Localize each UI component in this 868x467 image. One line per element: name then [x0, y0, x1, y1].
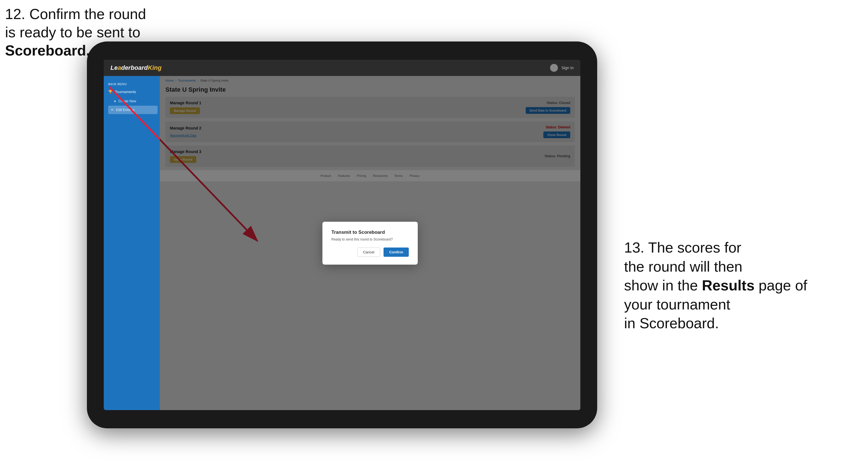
- transmit-modal: Transmit to Scoreboard Ready to send thi…: [322, 222, 418, 264]
- modal-subtitle: Ready to send this round to Scoreboard?: [331, 238, 409, 241]
- edit-icon: [111, 108, 114, 112]
- edit-existing-label: Edit Existing: [116, 108, 134, 112]
- sidebar-item-tournaments[interactable]: Tournaments: [104, 87, 160, 97]
- main-area: MAIN MENU Tournaments Create New Edit Ex…: [104, 76, 580, 410]
- plus-icon: [114, 99, 116, 103]
- modal-title: Transmit to Scoreboard: [331, 229, 409, 235]
- sidebar-tournaments-label: Tournaments: [115, 90, 136, 94]
- tablet-screen: LeaderboardKing Sign In MAIN MENU Tourna…: [104, 60, 580, 410]
- trophy-icon: [108, 90, 113, 94]
- sidebar-sub-menu: Create New Edit Existing: [104, 97, 160, 114]
- page-content: Home › Tournaments › State U Spring Invi…: [160, 76, 580, 410]
- tablet-device: LeaderboardKing Sign In MAIN MENU Tourna…: [87, 41, 597, 428]
- modal-buttons: Cancel Confirm: [331, 248, 409, 257]
- modal-overlay[interactable]: Transmit to Scoreboard Ready to send thi…: [160, 76, 580, 410]
- confirm-button[interactable]: Confirm: [383, 248, 409, 257]
- avatar: [550, 64, 558, 72]
- nav-right: Sign In: [550, 64, 574, 72]
- logo: LeaderboardKing: [111, 64, 161, 71]
- sidebar: MAIN MENU Tournaments Create New Edit Ex…: [104, 76, 160, 410]
- annotation-step-12: 12. Confirm the round is ready to be sen…: [5, 5, 146, 60]
- sidebar-main-menu-label: MAIN MENU: [104, 81, 160, 87]
- top-nav: LeaderboardKing Sign In: [104, 60, 580, 76]
- annotation-step-13: 13. The scores for the round will then s…: [624, 238, 860, 333]
- sidebar-create-new[interactable]: Create New: [106, 97, 160, 106]
- logo-text: LeaderboardKing: [111, 64, 161, 71]
- sign-in-link[interactable]: Sign In: [561, 66, 574, 70]
- create-new-label: Create New: [118, 99, 136, 103]
- cancel-button[interactable]: Cancel: [357, 248, 380, 257]
- sidebar-edit-existing[interactable]: Edit Existing: [108, 106, 158, 114]
